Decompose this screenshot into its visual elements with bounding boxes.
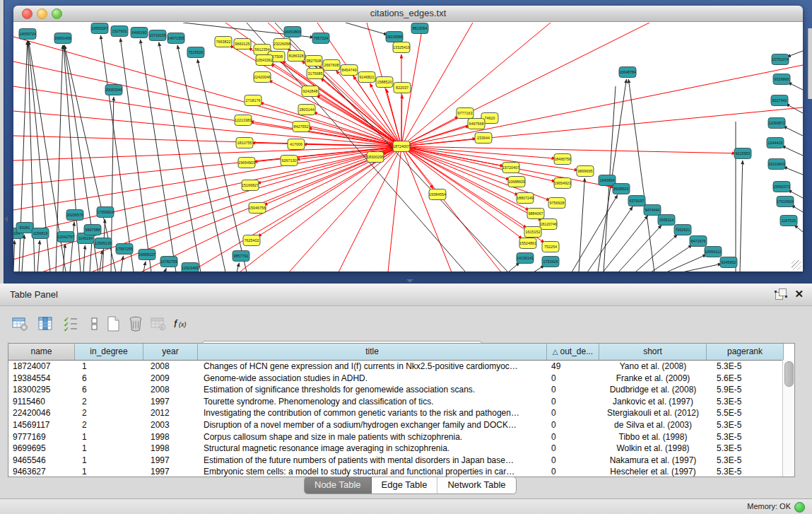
row-checklist-button[interactable]: ✓✓✓ — [61, 314, 81, 334]
network-node[interactable]: 8427552 — [293, 122, 310, 132]
network-node[interactable]: 7932621 — [674, 225, 691, 235]
network-node[interactable]: 1156819 — [32, 228, 49, 239]
network-node[interactable]: 12213383 — [235, 115, 252, 126]
network-node[interactable]: 17016504 — [777, 197, 794, 207]
network-node[interactable]: 3175685 — [307, 69, 324, 79]
network-node[interactable]: 15720407 — [502, 163, 519, 173]
column-header-year[interactable]: year — [143, 344, 198, 360]
network-node[interactable]: 1810755 — [236, 138, 253, 148]
network-node[interactable]: 9267130 — [281, 156, 298, 166]
network-node[interactable]: 9777163 — [457, 108, 473, 119]
network-node[interactable]: 12093872 — [768, 118, 785, 129]
float-panel-icon[interactable] — [775, 288, 787, 300]
network-node[interactable]: 9227342 — [771, 95, 788, 106]
tab-network-table[interactable]: Network Table — [437, 477, 515, 493]
table-row[interactable]: 911546021997Tourette syndrome. Phenomeno… — [8, 396, 794, 408]
function-builder-button[interactable]: f(x) — [172, 314, 192, 334]
close-panel-icon[interactable]: ✕ — [794, 288, 804, 300]
network-node[interactable]: 2718176 — [245, 95, 261, 106]
table-row[interactable]: 1872400712008Changes of HCN gene express… — [8, 361, 794, 373]
network-node[interactable]: 18724007 — [393, 141, 410, 152]
network-node[interactable]: 7663822 — [215, 37, 232, 47]
network-node[interactable]: 16782759 — [160, 257, 177, 267]
network-node[interactable]: 19384554 — [429, 189, 446, 200]
network-node[interactable]: 8454749 — [341, 65, 358, 76]
network-node[interactable]: 15524861 — [519, 238, 536, 249]
column-resize-button[interactable] — [85, 314, 105, 334]
network-node[interactable]: 9884067 — [527, 209, 544, 219]
network-node[interactable]: 12042757 — [57, 232, 74, 243]
network-node[interactable]: 2803144 — [298, 105, 315, 115]
network-node[interactable]: 8813054 — [411, 23, 428, 34]
table-row[interactable]: 2242004622012Investigating the contribut… — [8, 407, 794, 419]
network-window-titlebar[interactable]: citations_edges.txt — [13, 6, 803, 22]
network-node[interactable]: 9827508 — [305, 56, 322, 66]
network-node[interactable]: 9756928 — [548, 198, 565, 209]
network-node[interactable]: 9997588 — [84, 225, 101, 235]
table-row[interactable]: 1830029562008Estimation of significance … — [8, 384, 794, 396]
table-row[interactable]: 969969511998Structural magnetic resonanc… — [8, 443, 794, 455]
network-node[interactable]: 822037 — [394, 83, 411, 93]
network-node[interactable]: 9242848 — [302, 86, 319, 97]
network-node[interactable]: 752254 — [542, 242, 559, 252]
network-node[interactable]: 6466160 — [131, 28, 148, 38]
network-node[interactable]: 8186328 — [288, 51, 305, 62]
network-node[interactable]: 10654112 — [705, 247, 722, 257]
network-node[interactable]: 9146821 — [358, 72, 375, 83]
network-node[interactable]: 19218586 — [386, 32, 403, 42]
network-node[interactable]: 8938923 — [613, 184, 630, 194]
scrollbar-thumb[interactable] — [784, 361, 794, 387]
new-document-button[interactable] — [103, 314, 123, 334]
network-node[interactable]: 7515526 — [187, 47, 204, 58]
network-node[interactable]: 9857791 — [233, 251, 249, 262]
network-node[interactable]: 15046756 — [249, 203, 266, 214]
network-node[interactable]: 417006 — [288, 139, 305, 150]
network-node[interactable]: 13325419 — [393, 42, 410, 53]
network-node[interactable]: 7625402 — [243, 235, 260, 246]
network-node[interactable]: 10688609 — [508, 177, 525, 187]
resize-grip[interactable] — [792, 260, 801, 270]
network-node[interactable]: 14136141 — [517, 253, 534, 264]
network-node[interactable]: 1244415 — [767, 138, 784, 148]
column-header-title[interactable]: title — [198, 344, 547, 360]
network-node[interactable]: 20691406 — [54, 33, 71, 44]
network-node[interactable]: 18807249 — [517, 193, 534, 204]
network-node[interactable]: 7957224 — [312, 33, 329, 44]
network-node[interactable]: 9899695 — [577, 166, 594, 177]
vertical-scrollbar[interactable] — [782, 360, 794, 477]
network-node[interactable]: 16053809 — [284, 27, 301, 37]
network-node[interactable]: 18300295 — [367, 152, 384, 163]
network-node[interactable]: 19654923 — [554, 178, 571, 189]
network-node[interactable]: 22420046 — [254, 72, 271, 83]
table-row[interactable]: 977716911998Corpus callosum shape and si… — [8, 431, 794, 443]
network-node[interactable]: 9660125 — [234, 39, 251, 49]
network-node[interactable]: 15692371 — [773, 182, 790, 192]
network-node[interactable]: 12505135 — [95, 238, 112, 249]
column-header-name[interactable]: name — [8, 344, 75, 360]
network-node[interactable]: 10719155 — [149, 30, 166, 41]
network-node[interactable]: 18495756 — [554, 154, 571, 165]
network-node[interactable]: 14671355 — [167, 33, 184, 44]
network-node[interactable]: 1753426 — [542, 257, 559, 267]
network-node[interactable]: 15751074 — [772, 54, 789, 65]
network-node[interactable]: 17359924 — [97, 207, 114, 218]
delete-rows-button[interactable] — [126, 314, 146, 334]
network-node[interactable]: 1588520 — [376, 77, 393, 88]
network-node[interactable]: 9474444 — [644, 205, 661, 216]
network-node[interactable]: 1527602 — [111, 26, 128, 37]
column-header-in_degree[interactable]: in_degree — [75, 344, 143, 360]
network-node[interactable]: 233644 — [475, 133, 492, 144]
column-selector-button[interactable] — [35, 314, 55, 334]
network-node[interactable]: 1615152 — [524, 227, 541, 238]
network-node[interactable]: 16648784 — [619, 67, 636, 78]
network-node[interactable]: 10653267 — [91, 23, 108, 34]
network-node[interactable]: 15166827 — [242, 180, 259, 191]
network-node[interactable]: 9329966 — [773, 74, 790, 85]
network-node[interactable]: 14055724 — [19, 29, 36, 40]
network-node[interactable]: 12923466 — [182, 263, 199, 272]
panel-collapse-arrow-icon[interactable] — [4, 216, 8, 222]
network-node[interactable]: 2935114 — [658, 215, 675, 226]
tab-edge-table[interactable]: Edge Table — [372, 477, 438, 493]
network-node[interactable]: 8471676 — [690, 236, 707, 247]
column-header-out_de[interactable]: △out_de... — [547, 344, 599, 360]
